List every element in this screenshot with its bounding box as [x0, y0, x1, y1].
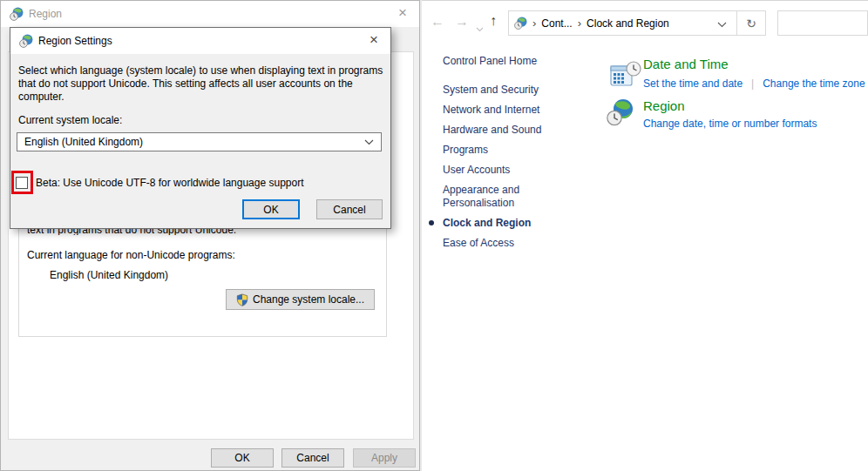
- region-window-title: Region: [29, 8, 62, 20]
- link-set-time-and-date[interactable]: Set the time and date: [643, 77, 743, 90]
- category-date-and-time[interactable]: Date and Time: [643, 57, 729, 71]
- breadcrumb-separator: ›: [578, 17, 581, 30]
- region-settings-description: Select which language (system locale) to…: [18, 64, 386, 104]
- settings-cancel-button[interactable]: Cancel: [316, 199, 383, 219]
- region-window-titlebar: [1, 1, 419, 27]
- region-settings-close-icon[interactable]: ×: [370, 32, 378, 47]
- system-locale-label: Current system locale:: [18, 114, 122, 126]
- region-cancel-button[interactable]: Cancel: [281, 448, 344, 468]
- change-system-locale-button[interactable]: Change system locale...: [226, 289, 375, 310]
- sidebar-item-appearance-and-personalisation[interactable]: Appearance and Personalisation: [443, 184, 573, 210]
- region-window: Region × text in programs that do not su…: [0, 0, 420, 471]
- red-highlight-box: [11, 171, 33, 194]
- region-settings-dialog: Region Settings × Select which language …: [10, 27, 391, 229]
- region-task-links: Change date, time or number formats: [643, 118, 817, 130]
- globe-icon: [10, 7, 24, 24]
- calendar-clock-icon: [610, 60, 641, 91]
- chevron-down-icon: [364, 139, 374, 145]
- history-chevron-icon[interactable]: [476, 20, 484, 36]
- link-change-date-time-number-formats[interactable]: Change date, time or number formats: [643, 118, 817, 130]
- sidebar: Control Panel Home System and Security N…: [443, 55, 593, 257]
- refresh-icon[interactable]: ↻: [737, 17, 765, 30]
- sidebar-item-system-and-security[interactable]: System and Security: [443, 84, 593, 97]
- sidebar-item-ease-of-access[interactable]: Ease of Access: [443, 237, 593, 250]
- address-bar[interactable]: › Cont... › Clock and Region ↻: [508, 10, 766, 36]
- sidebar-item-control-panel-home[interactable]: Control Panel Home: [443, 55, 593, 68]
- breadcrumb-separator: ›: [532, 17, 536, 30]
- breadcrumb-item-clock-and-region[interactable]: Clock and Region: [587, 17, 669, 30]
- active-bullet-icon: [429, 220, 434, 225]
- forward-arrow-icon[interactable]: →: [455, 15, 469, 29]
- region-ok-button[interactable]: OK: [211, 448, 274, 468]
- settings-ok-button[interactable]: OK: [242, 199, 300, 219]
- uac-shield-icon: [236, 293, 248, 306]
- globe-icon: [19, 34, 33, 51]
- beta-utf8-label: Beta: Use Unicode UTF-8 for worldwide la…: [36, 177, 304, 189]
- up-arrow-icon[interactable]: ↑: [490, 14, 497, 28]
- globe-clock-icon: [607, 98, 634, 130]
- sidebar-item-clock-and-region[interactable]: Clock and Region: [443, 217, 593, 230]
- back-arrow-icon[interactable]: ←: [431, 15, 444, 29]
- system-locale-dropdown[interactable]: English (United Kingdom): [17, 132, 382, 151]
- control-panel-window: ← → ↑ › Cont... › Clock and Region ↻ Con…: [422, 0, 868, 471]
- link-change-time-zone[interactable]: Change the time zone: [763, 77, 865, 90]
- current-language-value: English (United Kingdom): [50, 269, 168, 281]
- region-apply-button: Apply: [353, 448, 416, 468]
- link-separator: |: [751, 77, 754, 90]
- category-region[interactable]: Region: [643, 98, 685, 113]
- search-input[interactable]: [777, 10, 868, 36]
- sidebar-item-hardware-and-sound[interactable]: Hardware and Sound: [443, 124, 593, 137]
- sidebar-item-programs[interactable]: Programs: [443, 144, 593, 157]
- date-time-task-links: Set the time and date | Change the time …: [643, 77, 865, 90]
- region-settings-title: Region Settings: [38, 35, 112, 47]
- sidebar-item-network-and-internet[interactable]: Network and Internet: [443, 104, 593, 117]
- sidebar-item-user-accounts[interactable]: User Accounts: [443, 164, 593, 177]
- system-locale-selected-value: English (United Kingdom): [24, 136, 364, 148]
- address-dropdown-chevron-icon[interactable]: [708, 16, 736, 31]
- region-window-close-icon[interactable]: ×: [398, 5, 407, 20]
- control-panel-icon: [514, 17, 527, 30]
- current-language-label: Current language for non-Unicode program…: [27, 249, 235, 261]
- breadcrumb-item-control-panel[interactable]: Cont...: [541, 17, 572, 30]
- change-system-locale-label: Change system locale...: [253, 293, 364, 306]
